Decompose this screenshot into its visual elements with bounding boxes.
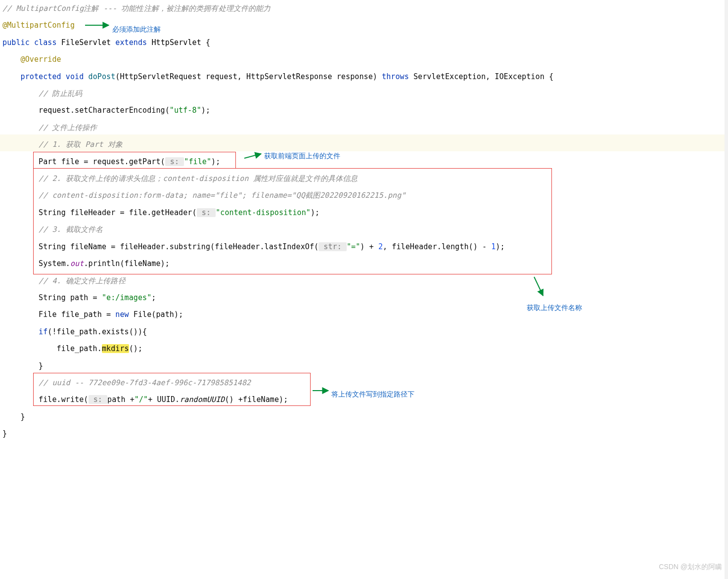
comment: // 文件上传操作	[39, 123, 97, 132]
comment: // 4. 确定文件上传路径	[39, 276, 126, 285]
brace: }	[21, 412, 25, 421]
code-line: );	[496, 242, 504, 251]
code-line: Part file = request.getPart(	[39, 157, 165, 166]
comment: // MultipartConfig注解 --- 功能性注解，被注解的类拥有处理…	[2, 4, 271, 13]
string: "="	[347, 242, 360, 251]
string: "/"	[135, 395, 148, 404]
param-hint: s:	[89, 395, 108, 404]
anno-must-add: 必须添加此注解	[112, 21, 161, 38]
code-line: request.setCharacterEncoding(	[39, 106, 170, 115]
anno-get-name: 获取上传文件名称	[527, 299, 582, 316]
number: 2	[378, 242, 383, 251]
code-line: String fileHeader = file.getHeader(	[39, 208, 197, 217]
editor-root: // MultipartConfig注解 --- 功能性注解，被注解的类拥有处理…	[0, 0, 728, 579]
code-line: , fileHeader.length() -	[383, 242, 491, 251]
comment: // uuid -- 772ee09e-7fd3-4aef-996c-71798…	[39, 378, 251, 387]
code-line: );	[211, 157, 220, 166]
code-line: + UUID.	[148, 395, 180, 404]
class-name: FileServlet	[61, 38, 111, 47]
method-doPost: doPost	[89, 72, 116, 81]
string: "file"	[184, 157, 211, 166]
code-line: );	[201, 106, 210, 115]
annotation-multipart: @MultipartConfig	[2, 21, 75, 30]
comment: // 3. 截取文件名	[39, 225, 103, 234]
kw-new: new	[115, 310, 129, 319]
brace: }	[39, 361, 43, 370]
string: "utf-8"	[170, 106, 201, 115]
kw-public: public	[2, 38, 30, 47]
code-line: ();	[129, 344, 142, 353]
kw-class: class	[34, 38, 57, 47]
comment: // 2. 获取文件上传的请求头信息；content-disposition 属…	[39, 174, 358, 183]
annotation-override: @Override	[21, 55, 61, 64]
field-out: out	[70, 259, 84, 268]
code-line: String path =	[39, 293, 102, 302]
code-line: (!file_path.exists()){	[47, 327, 147, 336]
kw-throws: throws	[382, 72, 409, 81]
code-line: file_path.	[57, 344, 102, 353]
code-area[interactable]: // MultipartConfig注解 --- 功能性注解，被注解的类拥有处理…	[0, 0, 728, 443]
brace: }	[2, 429, 7, 438]
string: "content-disposition"	[216, 208, 311, 217]
code-line: String fileName = fileHeader.substring(f…	[39, 242, 318, 251]
code-line: System.	[39, 259, 70, 268]
comment: // content-disposition:form-data; name="…	[39, 191, 406, 200]
param-hint: s:	[165, 157, 184, 166]
code-line: File file_path =	[39, 310, 115, 319]
code-line: );	[311, 208, 319, 217]
sig: (HttpServletRequest request, HttpServlet…	[115, 72, 382, 81]
super-class: HttpServlet	[151, 38, 201, 47]
kw-if: if	[39, 327, 47, 336]
comment: // 1. 获取 Part 对象	[39, 140, 123, 149]
code-line: ) +	[360, 242, 378, 251]
string: "e:/images"	[102, 293, 151, 302]
method-randomUUID: randomUUID	[180, 395, 225, 404]
code-line: File(path);	[129, 310, 183, 319]
comment: // 防止乱码	[39, 89, 82, 98]
code-line: file.write(	[39, 395, 88, 404]
kw-extends: extends	[115, 38, 147, 47]
number: 1	[491, 242, 496, 251]
param-hint: str:	[318, 242, 347, 251]
code-line: ;	[151, 293, 156, 302]
param-hint: s:	[197, 208, 216, 217]
sig2: ServletException, IOException {	[409, 72, 553, 81]
kw-protected: protected	[21, 72, 61, 81]
watermark: CSDN @划水的阿瞒	[659, 558, 722, 575]
anno-get-file: 获取前端页面上传的文件	[264, 147, 340, 164]
code-line: path +	[107, 395, 135, 404]
code-line: () +fileName);	[225, 395, 288, 404]
kw-void: void	[66, 72, 84, 81]
code-line: .println(fileName);	[84, 259, 169, 268]
warn-mkdirs: mkdirs	[102, 344, 129, 353]
anno-write-path: 将上传文件写到指定路径下	[331, 386, 414, 402]
